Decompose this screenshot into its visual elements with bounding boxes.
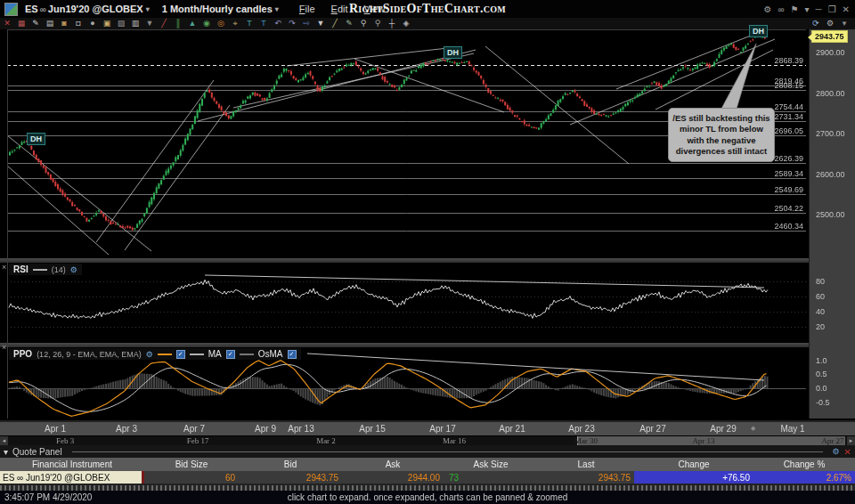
ppo-params: (12, 26, 9 - EMA, EMA, EMA) <box>37 350 142 359</box>
snap-grid-icon[interactable]: ▦ <box>16 19 27 28</box>
axis-label: 0.0 <box>810 384 855 393</box>
ma-line-sample <box>190 354 204 355</box>
timeframe-selector[interactable]: 1 Month/Hourly candles <box>162 4 273 14</box>
date-label: Apr 17 <box>420 424 465 434</box>
anchor-point-icon[interactable]: ⌖ <box>230 19 240 28</box>
double-high-label[interactable]: DH <box>749 25 768 37</box>
rsi-panel-chart[interactable] <box>7 263 806 343</box>
col-ask-size[interactable]: Ask Size <box>444 458 538 471</box>
filter-icon[interactable]: ▼ <box>315 19 326 28</box>
ppo-close-button[interactable]: × <box>2 344 6 352</box>
circle-tool-icon[interactable]: ● <box>87 19 98 28</box>
axis-label: 20 <box>810 322 855 331</box>
date-label: Apr 27 <box>631 424 675 434</box>
crosshair-icon[interactable]: ┼ <box>387 19 397 28</box>
table-icon[interactable]: ▤ <box>45 19 55 28</box>
pin-caret-icon[interactable]: ▾ <box>805 4 810 14</box>
status-bar: 3:45:07 PM 4/29/2020 click chart to expa… <box>0 491 855 504</box>
globe-icon[interactable]: ◉ <box>201 19 212 28</box>
axis-label: -0.5 <box>810 398 855 407</box>
ppo-line-sample <box>158 354 172 355</box>
zoom-in-icon[interactable]: ⚲ <box>358 19 369 28</box>
osma-label: OsMA <box>258 349 283 359</box>
scroll-left-arrow[interactable]: ◂ <box>0 436 8 445</box>
quote-row[interactable]: ES ∞ Jun19'20 @GLOBEX 60 2943.75 2944.00… <box>0 471 855 484</box>
axis-label: 1.0 <box>810 356 855 365</box>
symbol-dropdown-icon[interactable]: ▾ <box>143 5 150 13</box>
brush-icon[interactable]: ✎ <box>344 19 354 28</box>
scroll-right-arrow[interactable]: ▸ <box>847 436 855 445</box>
cell-instrument[interactable]: ES ∞ Jun19'20 @GLOBEX <box>0 471 144 484</box>
col-bid[interactable]: Bid <box>239 458 342 471</box>
close-icon[interactable]: ✕ <box>843 4 850 14</box>
cell-change-pct: 2.67% <box>753 471 855 484</box>
timeframe-dropdown-icon[interactable]: ▾ <box>273 5 279 13</box>
dropdown-arrow-icon[interactable]: ▼ <box>144 19 155 28</box>
double-high-label[interactable]: DH <box>27 133 45 145</box>
trendline-tool-icon[interactable]: ╱ <box>159 19 169 28</box>
text-box-icon[interactable]: T <box>244 19 255 28</box>
axis-label: 0.5 <box>810 370 855 378</box>
wrench-icon[interactable]: ⚙ <box>825 19 835 28</box>
osma-checkbox[interactable]: ✓ <box>288 350 297 359</box>
candlestick-tool-icon[interactable]: ║ <box>173 19 183 28</box>
minimize-icon[interactable]: ─ <box>816 4 822 14</box>
menu-edit[interactable]: Edit <box>323 4 356 14</box>
pyramid-icon[interactable]: ▲ <box>187 19 198 28</box>
zoom-out-icon[interactable]: ⚲ <box>372 19 383 28</box>
symbol-label[interactable]: ES <box>25 4 38 14</box>
caret-down-icon[interactable]: ▾ <box>839 19 850 28</box>
chart-scrollbar[interactable]: Feb 3Feb 17Mar 2Mar 16Mar 30Apr 13Apr 27… <box>0 436 855 445</box>
date-label: Apr 21 <box>490 424 534 434</box>
price-axis[interactable]: 2943.75 2900.002800.002700.002600.002500… <box>809 29 855 419</box>
redo-icon[interactable]: ↷ <box>287 19 297 28</box>
quote-settings-icon[interactable]: ⚙ <box>833 447 840 456</box>
date-axis[interactable]: Apr 1Apr 3Apr 7Apr 9Apr 13Apr 15Apr 17Ap… <box>0 420 855 435</box>
text-box2-icon[interactable]: T <box>258 19 269 28</box>
rsi-line-sample <box>33 269 47 271</box>
axis-label: 80 <box>810 277 855 286</box>
link-icon[interactable]: ∞ <box>778 4 784 14</box>
gear-icon[interactable]: ⚙ <box>763 4 771 14</box>
double-high-label[interactable]: DH <box>444 46 462 59</box>
col-ask[interactable]: Ask <box>342 458 444 471</box>
ma-checkbox[interactable]: ✓ <box>226 350 235 359</box>
eraser-icon[interactable]: ◘ <box>73 19 84 28</box>
quote-close-icon[interactable]: ✕ <box>844 447 855 457</box>
contract-label[interactable]: Jun19'20 @GLOBEX <box>48 4 143 14</box>
osma-line-sample <box>240 354 254 355</box>
forward-icon[interactable]: ⇨ <box>301 19 312 28</box>
undo-icon[interactable]: ↶ <box>273 19 283 28</box>
quote-panel: ▾ Quote Panel ⚙ ✕ Financial Instrument B… <box>0 445 855 485</box>
rsi-settings-icon[interactable]: ⚙ <box>70 265 77 274</box>
menu-file[interactable]: File <box>291 4 323 14</box>
collapse-icon[interactable]: ▾ <box>4 447 8 457</box>
slider-icon[interactable]: ◈ <box>401 19 411 28</box>
ruler-icon[interactable]: ╱ <box>330 19 340 28</box>
date-label: Apr 1 <box>33 424 77 434</box>
app-icon <box>4 3 18 16</box>
rsi-close-button[interactable]: × <box>2 264 6 272</box>
close-chart-icon[interactable]: ✕ <box>2 19 12 28</box>
col-change-pct[interactable]: Change % <box>753 458 855 471</box>
col-financial-instrument[interactable]: Financial Instrument <box>0 458 144 471</box>
layout-grid-icon[interactable]: ▥ <box>130 19 141 28</box>
refresh-icon[interactable]: ⟳ <box>810 19 821 28</box>
col-change[interactable]: Change <box>634 458 753 471</box>
col-last[interactable]: Last <box>538 458 634 471</box>
image-icon[interactable]: ▣ <box>102 19 112 28</box>
pencil-icon[interactable]: ✎ <box>30 19 41 28</box>
cell-ask: 2944.00 <box>342 471 444 484</box>
ppo-settings-icon[interactable]: ⚙ <box>146 350 153 359</box>
col-bid-size[interactable]: Bid Size <box>144 458 239 471</box>
target-icon[interactable]: ◎ <box>216 19 226 28</box>
axis-label: 2900.00 <box>810 48 855 57</box>
restore-icon[interactable]: ❐ <box>828 4 836 14</box>
ppo-checkbox[interactable]: ✓ <box>176 350 185 359</box>
bucket-icon[interactable]: ◙ <box>59 19 69 28</box>
pin-icon[interactable]: ⚑ <box>791 4 799 14</box>
menu-view[interactable]: View <box>356 4 394 14</box>
last-price-tag: 2943.75 <box>811 30 848 43</box>
annotation-note[interactable]: /ES still backtesting this minor TL from… <box>668 108 775 162</box>
chart-image-icon[interactable]: ▨ <box>116 19 126 28</box>
